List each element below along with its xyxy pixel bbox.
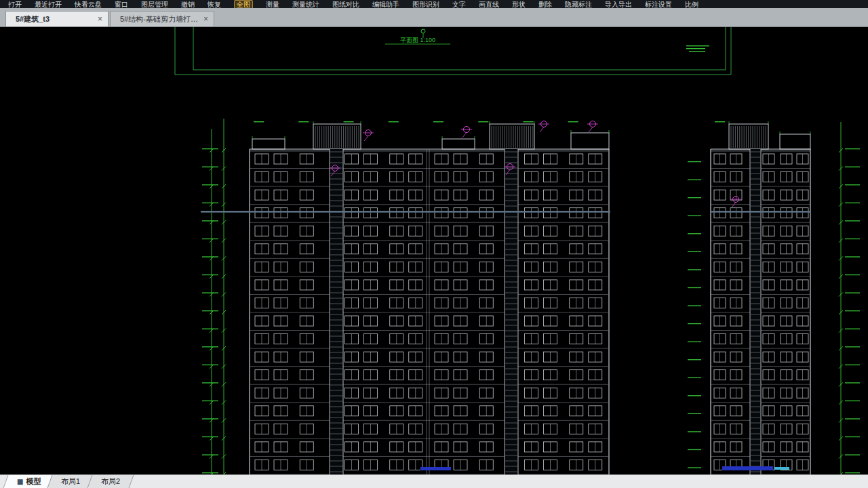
layout-tabbar: ▦模型布局1布局2 bbox=[0, 474, 868, 488]
top-toolbar: 打开最近打开快看云盘窗口图层管理撤销恢复全图测量测量统计图纸对比编辑助手图形识别… bbox=[0, 0, 868, 8]
doc-tab-label: 5#结构-基础剪力墙打… bbox=[120, 14, 198, 24]
toolbar-button-8[interactable]: 测量 bbox=[266, 1, 279, 8]
doc-tab-0[interactable]: 5#建筑_t3× bbox=[5, 11, 108, 26]
toolbar-button-13[interactable]: 文字 bbox=[452, 1, 466, 8]
doc-tab-label: 5#建筑_t3 bbox=[16, 14, 50, 24]
toolbar-button-4[interactable]: 图层管理 bbox=[141, 1, 168, 8]
app-window: 打开最近打开快看云盘窗口图层管理撤销恢复全图测量测量统计图纸对比编辑助手图形识别… bbox=[0, 0, 868, 488]
close-icon[interactable]: × bbox=[203, 14, 208, 24]
toolbar-button-10[interactable]: 图纸对比 bbox=[332, 1, 359, 8]
toolbar-button-11[interactable]: 编辑助手 bbox=[372, 1, 399, 8]
toolbar-button-0[interactable]: 打开 bbox=[8, 1, 22, 8]
toolbar-button-18[interactable]: 导入导出 bbox=[605, 1, 632, 8]
layout-tab-label: 布局1 bbox=[61, 476, 80, 487]
toolbar-button-3[interactable]: 窗口 bbox=[115, 1, 128, 8]
toolbar-button-20[interactable]: 比例 bbox=[685, 1, 698, 8]
toolbar-button-9[interactable]: 测量统计 bbox=[292, 1, 319, 8]
model-grid-icon: ▦ bbox=[17, 478, 23, 485]
toolbar-button-14[interactable]: 画直线 bbox=[479, 1, 499, 8]
document-tabbar: 5#建筑_t3×5#结构-基础剪力墙打…× bbox=[0, 8, 868, 27]
toolbar-button-6[interactable]: 恢复 bbox=[208, 1, 221, 8]
cad-elevation-drawing: 平面图 1:100 bbox=[0, 27, 868, 474]
layout-tab-2[interactable]: 布局2 bbox=[87, 475, 134, 488]
toolbar-button-16[interactable]: 删除 bbox=[538, 1, 552, 8]
layout-tab-label: 布局2 bbox=[101, 476, 120, 487]
drawing-canvas[interactable]: 平面图 1:100 bbox=[0, 27, 868, 474]
layout-tab-label: 模型 bbox=[26, 476, 41, 487]
toolbar-button-2[interactable]: 快看云盘 bbox=[75, 1, 102, 8]
toolbar-button-5[interactable]: 撤销 bbox=[181, 1, 195, 8]
toolbar-button-15[interactable]: 形状 bbox=[512, 1, 526, 8]
doc-tab-1[interactable]: 5#结构-基础剪力墙打…× bbox=[110, 11, 214, 26]
close-icon[interactable]: × bbox=[98, 14, 102, 24]
toolbar-button-12[interactable]: 图形识别 bbox=[412, 1, 439, 8]
toolbar-button-17[interactable]: 隐藏标注 bbox=[565, 1, 592, 8]
svg-text:平面图 1:100: 平面图 1:100 bbox=[400, 37, 435, 43]
toolbar-button-1[interactable]: 最近打开 bbox=[35, 1, 62, 8]
toolbar-button-7[interactable]: 全图 bbox=[234, 0, 253, 8]
toolbar-button-19[interactable]: 标注设置 bbox=[645, 1, 672, 8]
